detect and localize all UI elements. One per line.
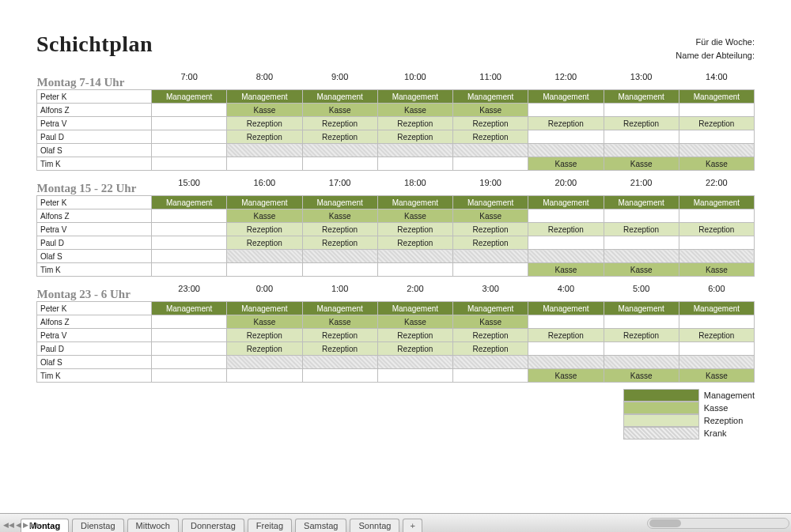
shift-cell[interactable] bbox=[604, 236, 679, 250]
shift-cell[interactable]: Kasse bbox=[679, 157, 754, 171]
shift-cell[interactable] bbox=[227, 144, 302, 157]
shift-cell[interactable] bbox=[679, 209, 754, 223]
shift-cell[interactable] bbox=[152, 117, 227, 130]
shift-cell[interactable] bbox=[377, 356, 452, 369]
shift-cell[interactable]: Kasse bbox=[604, 157, 679, 171]
shift-cell[interactable]: Kasse bbox=[528, 157, 604, 171]
shift-cell[interactable]: Kasse bbox=[377, 104, 452, 117]
shift-cell[interactable] bbox=[302, 369, 377, 383]
shift-cell[interactable]: Management bbox=[679, 196, 754, 209]
shift-cell[interactable] bbox=[453, 144, 528, 157]
shift-cell[interactable]: Rezeption bbox=[453, 223, 528, 236]
shift-cell[interactable] bbox=[453, 250, 528, 263]
shift-cell[interactable] bbox=[679, 104, 754, 117]
shift-cell[interactable]: Rezeption bbox=[302, 223, 377, 236]
shift-cell[interactable]: Management bbox=[679, 302, 754, 315]
shift-cell[interactable]: Kasse bbox=[679, 263, 754, 277]
shift-cell[interactable] bbox=[453, 263, 528, 277]
shift-cell[interactable]: Rezeption bbox=[302, 130, 377, 144]
shift-cell[interactable] bbox=[377, 263, 452, 277]
shift-cell[interactable]: Rezeption bbox=[453, 236, 528, 250]
tab-first-icon[interactable]: ◀◀ bbox=[3, 521, 14, 529]
shift-cell[interactable] bbox=[528, 342, 604, 356]
shift-cell[interactable] bbox=[604, 130, 679, 144]
shift-cell[interactable] bbox=[227, 369, 302, 383]
shift-cell[interactable]: Rezeption bbox=[453, 130, 528, 144]
shift-cell[interactable] bbox=[453, 356, 528, 369]
shift-cell[interactable]: Rezeption bbox=[604, 223, 679, 236]
shift-cell[interactable] bbox=[604, 342, 679, 356]
shift-cell[interactable]: Management bbox=[377, 196, 452, 209]
shift-cell[interactable] bbox=[302, 263, 377, 277]
tab-last-icon[interactable]: ▶▶ bbox=[30, 521, 41, 529]
add-sheet-button[interactable]: + bbox=[403, 519, 422, 532]
shift-cell[interactable] bbox=[302, 356, 377, 369]
shift-cell[interactable]: Management bbox=[604, 90, 679, 104]
shift-cell[interactable]: Management bbox=[453, 302, 528, 315]
shift-cell[interactable] bbox=[679, 130, 754, 144]
shift-cell[interactable] bbox=[528, 130, 604, 144]
shift-cell[interactable] bbox=[528, 144, 604, 157]
shift-cell[interactable]: Rezeption bbox=[227, 342, 302, 356]
shift-cell[interactable] bbox=[152, 157, 227, 171]
shift-cell[interactable]: Rezeption bbox=[302, 236, 377, 250]
shift-cell[interactable] bbox=[302, 157, 377, 171]
shift-cell[interactable]: Rezeption bbox=[227, 236, 302, 250]
shift-cell[interactable]: Rezeption bbox=[227, 329, 302, 342]
shift-cell[interactable] bbox=[377, 250, 452, 263]
shift-cell[interactable]: Kasse bbox=[227, 104, 302, 117]
shift-cell[interactable]: Management bbox=[302, 196, 377, 209]
shift-cell[interactable]: Kasse bbox=[679, 369, 754, 383]
shift-cell[interactable] bbox=[604, 104, 679, 117]
shift-cell[interactable] bbox=[152, 342, 227, 356]
shift-cell[interactable]: Rezeption bbox=[302, 342, 377, 356]
shift-cell[interactable]: Kasse bbox=[453, 209, 528, 223]
shift-cell[interactable]: Management bbox=[227, 90, 302, 104]
shift-cell[interactable]: Management bbox=[604, 196, 679, 209]
shift-cell[interactable] bbox=[604, 356, 679, 369]
shift-cell[interactable]: Management bbox=[679, 90, 754, 104]
shift-cell[interactable] bbox=[604, 144, 679, 157]
shift-cell[interactable]: Management bbox=[377, 90, 452, 104]
shift-cell[interactable] bbox=[302, 144, 377, 157]
shift-cell[interactable]: Rezeption bbox=[377, 130, 452, 144]
shift-cell[interactable] bbox=[152, 315, 227, 329]
shift-cell[interactable] bbox=[528, 315, 604, 329]
shift-cell[interactable]: Management bbox=[302, 302, 377, 315]
shift-cell[interactable] bbox=[377, 144, 452, 157]
shift-cell[interactable]: Rezeption bbox=[453, 342, 528, 356]
shift-cell[interactable] bbox=[377, 369, 452, 383]
shift-cell[interactable] bbox=[604, 209, 679, 223]
shift-cell[interactable]: Rezeption bbox=[528, 223, 604, 236]
shift-cell[interactable]: Management bbox=[528, 302, 604, 315]
shift-cell[interactable]: Management bbox=[453, 90, 528, 104]
shift-cell[interactable]: Kasse bbox=[377, 209, 452, 223]
h-scrollbar[interactable] bbox=[647, 518, 789, 529]
shift-cell[interactable]: Kasse bbox=[302, 209, 377, 223]
shift-cell[interactable]: Management bbox=[528, 90, 604, 104]
shift-cell[interactable]: Management bbox=[302, 90, 377, 104]
shift-cell[interactable]: Rezeption bbox=[528, 117, 604, 130]
shift-cell[interactable] bbox=[453, 157, 528, 171]
shift-cell[interactable]: Kasse bbox=[453, 315, 528, 329]
tab-prev-icon[interactable]: ◀ bbox=[16, 521, 21, 529]
shift-cell[interactable]: Management bbox=[152, 302, 227, 315]
shift-cell[interactable]: Rezeption bbox=[227, 223, 302, 236]
shift-cell[interactable] bbox=[152, 130, 227, 144]
shift-cell[interactable]: Rezeption bbox=[377, 342, 452, 356]
shift-cell[interactable]: Kasse bbox=[604, 263, 679, 277]
shift-cell[interactable]: Kasse bbox=[453, 104, 528, 117]
shift-cell[interactable] bbox=[152, 209, 227, 223]
shift-cell[interactable]: Management bbox=[528, 196, 604, 209]
shift-cell[interactable]: Kasse bbox=[528, 263, 604, 277]
shift-cell[interactable]: Management bbox=[377, 302, 452, 315]
shift-cell[interactable] bbox=[377, 157, 452, 171]
shift-cell[interactable] bbox=[679, 342, 754, 356]
shift-cell[interactable] bbox=[227, 157, 302, 171]
sheet-tab[interactable]: Mittwoch bbox=[127, 519, 179, 532]
shift-cell[interactable]: Management bbox=[453, 196, 528, 209]
shift-cell[interactable]: Kasse bbox=[528, 369, 604, 383]
shift-cell[interactable] bbox=[604, 250, 679, 263]
shift-cell[interactable] bbox=[152, 329, 227, 342]
shift-cell[interactable]: Rezeption bbox=[453, 117, 528, 130]
